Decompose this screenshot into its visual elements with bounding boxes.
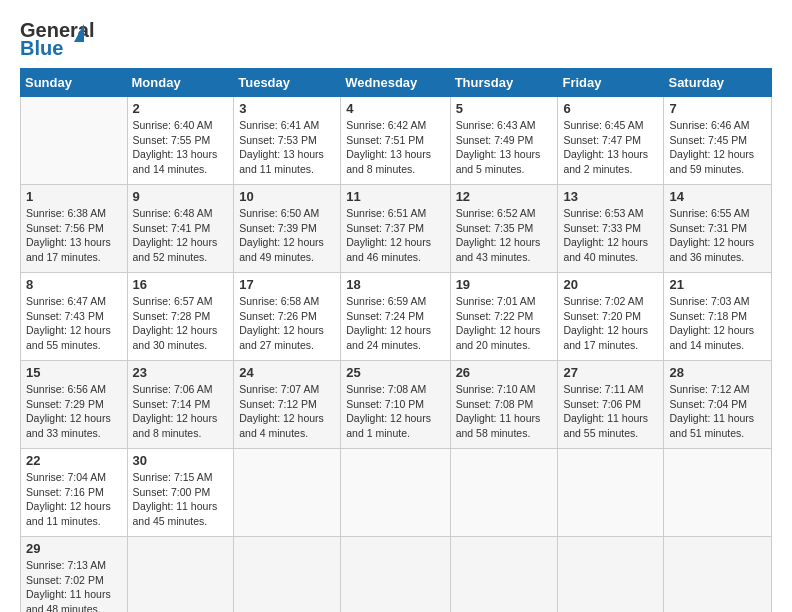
day-info: Sunrise: 6:48 AM Sunset: 7:41 PM Dayligh… [133,206,229,265]
day-info: Sunrise: 7:06 AM Sunset: 7:14 PM Dayligh… [133,382,229,441]
calendar-cell: 4Sunrise: 6:42 AM Sunset: 7:51 PM Daylig… [341,97,450,185]
calendar-body: 2Sunrise: 6:40 AM Sunset: 7:55 PM Daylig… [21,97,772,613]
calendar-cell [450,449,558,537]
calendar-cell [341,449,450,537]
day-number: 25 [346,365,444,380]
day-number: 9 [133,189,229,204]
day-number: 11 [346,189,444,204]
calendar-cell: 16Sunrise: 6:57 AM Sunset: 7:28 PM Dayli… [127,273,234,361]
col-header-saturday: Saturday [664,69,772,97]
col-header-thursday: Thursday [450,69,558,97]
day-number: 3 [239,101,335,116]
calendar-table: SundayMondayTuesdayWednesdayThursdayFrid… [20,68,772,612]
day-number: 29 [26,541,122,556]
calendar-cell: 10Sunrise: 6:50 AM Sunset: 7:39 PM Dayli… [234,185,341,273]
day-info: Sunrise: 6:40 AM Sunset: 7:55 PM Dayligh… [133,118,229,177]
day-info: Sunrise: 6:38 AM Sunset: 7:56 PM Dayligh… [26,206,122,265]
calendar-cell: 7Sunrise: 6:46 AM Sunset: 7:45 PM Daylig… [664,97,772,185]
calendar-cell [234,449,341,537]
calendar-cell: 1Sunrise: 6:38 AM Sunset: 7:56 PM Daylig… [21,185,128,273]
calendar-cell [341,537,450,613]
day-info: Sunrise: 7:03 AM Sunset: 7:18 PM Dayligh… [669,294,766,353]
day-number: 14 [669,189,766,204]
calendar-cell: 17Sunrise: 6:58 AM Sunset: 7:26 PM Dayli… [234,273,341,361]
calendar-cell: 6Sunrise: 6:45 AM Sunset: 7:47 PM Daylig… [558,97,664,185]
calendar-cell: 22Sunrise: 7:04 AM Sunset: 7:16 PM Dayli… [21,449,128,537]
day-number: 22 [26,453,122,468]
day-number: 23 [133,365,229,380]
calendar-week-row: 1Sunrise: 6:38 AM Sunset: 7:56 PM Daylig… [21,185,772,273]
day-info: Sunrise: 6:41 AM Sunset: 7:53 PM Dayligh… [239,118,335,177]
day-number: 16 [133,277,229,292]
day-info: Sunrise: 7:15 AM Sunset: 7:00 PM Dayligh… [133,470,229,529]
calendar-cell: 30Sunrise: 7:15 AM Sunset: 7:00 PM Dayli… [127,449,234,537]
day-number: 4 [346,101,444,116]
day-number: 10 [239,189,335,204]
calendar-cell [21,97,128,185]
calendar-cell: 29Sunrise: 7:13 AM Sunset: 7:02 PM Dayli… [21,537,128,613]
day-number: 28 [669,365,766,380]
day-number: 13 [563,189,658,204]
calendar-week-row: 29Sunrise: 7:13 AM Sunset: 7:02 PM Dayli… [21,537,772,613]
day-info: Sunrise: 7:08 AM Sunset: 7:10 PM Dayligh… [346,382,444,441]
day-number: 20 [563,277,658,292]
day-number: 19 [456,277,553,292]
calendar-cell: 19Sunrise: 7:01 AM Sunset: 7:22 PM Dayli… [450,273,558,361]
day-info: Sunrise: 6:42 AM Sunset: 7:51 PM Dayligh… [346,118,444,177]
day-number: 1 [26,189,122,204]
day-info: Sunrise: 6:53 AM Sunset: 7:33 PM Dayligh… [563,206,658,265]
calendar-cell: 27Sunrise: 7:11 AM Sunset: 7:06 PM Dayli… [558,361,664,449]
day-number: 12 [456,189,553,204]
calendar-cell: 2Sunrise: 6:40 AM Sunset: 7:55 PM Daylig… [127,97,234,185]
day-info: Sunrise: 6:50 AM Sunset: 7:39 PM Dayligh… [239,206,335,265]
calendar-week-row: 8Sunrise: 6:47 AM Sunset: 7:43 PM Daylig… [21,273,772,361]
calendar-cell: 3Sunrise: 6:41 AM Sunset: 7:53 PM Daylig… [234,97,341,185]
calendar-cell [664,537,772,613]
calendar-cell [450,537,558,613]
calendar-cell: 18Sunrise: 6:59 AM Sunset: 7:24 PM Dayli… [341,273,450,361]
day-info: Sunrise: 7:12 AM Sunset: 7:04 PM Dayligh… [669,382,766,441]
day-info: Sunrise: 7:02 AM Sunset: 7:20 PM Dayligh… [563,294,658,353]
calendar-week-row: 22Sunrise: 7:04 AM Sunset: 7:16 PM Dayli… [21,449,772,537]
day-info: Sunrise: 7:07 AM Sunset: 7:12 PM Dayligh… [239,382,335,441]
calendar-cell [127,537,234,613]
calendar-cell [558,537,664,613]
col-header-sunday: Sunday [21,69,128,97]
calendar-cell: 23Sunrise: 7:06 AM Sunset: 7:14 PM Dayli… [127,361,234,449]
calendar-cell: 25Sunrise: 7:08 AM Sunset: 7:10 PM Dayli… [341,361,450,449]
calendar-week-row: 15Sunrise: 6:56 AM Sunset: 7:29 PM Dayli… [21,361,772,449]
day-info: Sunrise: 6:57 AM Sunset: 7:28 PM Dayligh… [133,294,229,353]
calendar-cell: 21Sunrise: 7:03 AM Sunset: 7:18 PM Dayli… [664,273,772,361]
calendar-cell: 24Sunrise: 7:07 AM Sunset: 7:12 PM Dayli… [234,361,341,449]
day-info: Sunrise: 6:52 AM Sunset: 7:35 PM Dayligh… [456,206,553,265]
page-header: General Blue [20,20,772,58]
day-number: 27 [563,365,658,380]
day-info: Sunrise: 6:59 AM Sunset: 7:24 PM Dayligh… [346,294,444,353]
day-info: Sunrise: 6:55 AM Sunset: 7:31 PM Dayligh… [669,206,766,265]
day-info: Sunrise: 7:01 AM Sunset: 7:22 PM Dayligh… [456,294,553,353]
calendar-cell: 26Sunrise: 7:10 AM Sunset: 7:08 PM Dayli… [450,361,558,449]
day-info: Sunrise: 6:47 AM Sunset: 7:43 PM Dayligh… [26,294,122,353]
day-number: 5 [456,101,553,116]
day-number: 15 [26,365,122,380]
day-number: 7 [669,101,766,116]
calendar-cell: 20Sunrise: 7:02 AM Sunset: 7:20 PM Dayli… [558,273,664,361]
day-number: 17 [239,277,335,292]
calendar-cell: 11Sunrise: 6:51 AM Sunset: 7:37 PM Dayli… [341,185,450,273]
day-info: Sunrise: 6:46 AM Sunset: 7:45 PM Dayligh… [669,118,766,177]
day-number: 21 [669,277,766,292]
calendar-cell [664,449,772,537]
calendar-cell: 15Sunrise: 6:56 AM Sunset: 7:29 PM Dayli… [21,361,128,449]
day-info: Sunrise: 7:04 AM Sunset: 7:16 PM Dayligh… [26,470,122,529]
calendar-cell: 5Sunrise: 6:43 AM Sunset: 7:49 PM Daylig… [450,97,558,185]
calendar-cell: 28Sunrise: 7:12 AM Sunset: 7:04 PM Dayli… [664,361,772,449]
day-number: 26 [456,365,553,380]
day-number: 6 [563,101,658,116]
calendar-header-row: SundayMondayTuesdayWednesdayThursdayFrid… [21,69,772,97]
logo: General Blue [20,20,72,58]
day-number: 2 [133,101,229,116]
calendar-cell [558,449,664,537]
day-info: Sunrise: 6:51 AM Sunset: 7:37 PM Dayligh… [346,206,444,265]
calendar-cell: 13Sunrise: 6:53 AM Sunset: 7:33 PM Dayli… [558,185,664,273]
day-info: Sunrise: 7:10 AM Sunset: 7:08 PM Dayligh… [456,382,553,441]
